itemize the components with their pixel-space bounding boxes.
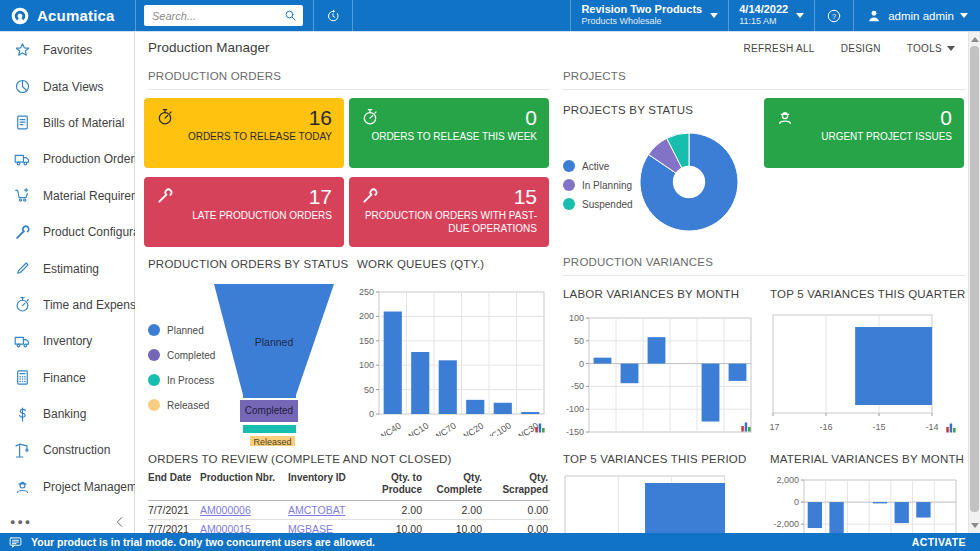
stopwatch-icon xyxy=(155,107,175,127)
svg-text:-50: -50 xyxy=(571,381,584,391)
scrollbar-thumb[interactable] xyxy=(970,46,979,512)
truck-icon xyxy=(13,150,32,169)
svg-text:WC20: WC20 xyxy=(459,420,485,436)
orders-to-review-title: ORDERS TO REVIEW (COMPLETE AND NOT CLOSE… xyxy=(148,453,452,465)
inventory-id-link[interactable]: AMCTOBAT xyxy=(288,504,345,516)
svg-text:-15: -15 xyxy=(872,422,885,432)
inventory-id-link[interactable]: MGBASE xyxy=(288,523,333,533)
svg-text:WC10: WC10 xyxy=(404,420,430,436)
crane-icon xyxy=(13,441,32,460)
scroll-up-arrow[interactable] xyxy=(971,37,979,42)
chart-data-icon[interactable] xyxy=(534,422,546,434)
topbar-divider xyxy=(135,0,136,32)
user-name: admin admin xyxy=(888,10,954,22)
svg-text:50: 50 xyxy=(574,336,584,346)
svg-text:-17: -17 xyxy=(770,422,780,432)
business-time: 11:15 AM xyxy=(739,16,788,27)
help-icon: ? xyxy=(826,8,842,24)
sidebar-item-project-management[interactable]: Project Management xyxy=(0,469,134,505)
cell-production-nbr: AM000006 xyxy=(200,501,288,520)
acumatica-dashboard: Acumatica Revision Two Products Products… xyxy=(0,0,980,551)
user-menu[interactable]: admin admin xyxy=(854,8,980,24)
pie-icon xyxy=(13,77,32,96)
sidebar-item-banking[interactable]: Banking xyxy=(0,396,134,432)
sidebar-item-favorites[interactable]: Favorites xyxy=(0,32,134,68)
sidebar-item-production-orders[interactable]: Production Orders xyxy=(0,141,134,177)
sidebar-item-material-requirements[interactable]: Material Requirem... xyxy=(0,178,134,214)
worker-icon xyxy=(13,477,32,496)
calculator-icon xyxy=(13,368,32,387)
legend-swatch xyxy=(563,198,575,210)
cell-qty-complete: 2.00 xyxy=(424,501,484,520)
section-projects: PROJECTS xyxy=(563,70,965,90)
page-actions: REFRESH ALL DESIGN TOOLS xyxy=(744,43,955,54)
svg-text:Released: Released xyxy=(253,437,291,447)
cell-inventory-id: MGBASE xyxy=(288,520,360,533)
search-icon[interactable] xyxy=(283,8,298,23)
refresh-all-button[interactable]: REFRESH ALL xyxy=(744,43,815,54)
vertical-scrollbar xyxy=(968,32,980,533)
sidebar-item-bills-of-material[interactable]: Bills of Material xyxy=(0,105,134,141)
kpi-value: 0 xyxy=(940,107,952,129)
svg-text:Planned: Planned xyxy=(255,336,294,348)
kpi-late-production-orders[interactable]: 17 LATE PRODUCTION ORDERS xyxy=(144,177,344,247)
sidebar-more-button[interactable]: ●●● xyxy=(10,517,32,527)
sidebar-item-inventory[interactable]: Inventory xyxy=(0,323,134,359)
cell-production-nbr: AM000015 xyxy=(200,520,288,533)
trial-message: Your product is in trial mode. Only two … xyxy=(31,536,375,548)
svg-text:100: 100 xyxy=(569,313,584,323)
search-input[interactable] xyxy=(144,5,303,26)
sidebar-item-construction[interactable]: Construction xyxy=(0,432,134,468)
sidebar-item-product-configurator[interactable]: Product Configurator xyxy=(0,214,134,250)
star-icon xyxy=(13,41,32,60)
legend-item: Active xyxy=(563,160,633,172)
labor-variances-chart: 100500-50-100-150 xyxy=(563,304,753,436)
tenant-selector[interactable]: Revision Two Products Products Wholesale xyxy=(571,0,728,32)
production-nbr-link[interactable]: AM000015 xyxy=(200,523,251,533)
svg-text:0: 0 xyxy=(794,497,799,507)
help-button[interactable]: ? xyxy=(815,8,853,24)
sidebar-item-time-and-expenses[interactable]: Time and Expenses xyxy=(0,287,134,323)
kpi-past-due-operations[interactable]: 15 PRODUCTION ORDERS WITH PAST-DUE OPERA… xyxy=(349,177,549,247)
cell-qty-to-produce: 10.00 xyxy=(360,520,424,533)
kpi-orders-to-release-today[interactable]: 16 ORDERS TO RELEASE TODAY xyxy=(144,98,344,168)
chevron-down-icon xyxy=(960,13,968,18)
svg-text:0: 0 xyxy=(579,359,584,369)
svg-text:-100: -100 xyxy=(566,404,584,414)
acumatica-logo[interactable]: Acumatica xyxy=(0,6,135,26)
cell-qty-to-produce: 2.00 xyxy=(360,501,424,520)
production-nbr-link[interactable]: AM000006 xyxy=(200,504,251,516)
design-button[interactable]: DESIGN xyxy=(841,43,881,54)
legend-swatch xyxy=(563,179,575,191)
sidebar-collapse-button[interactable] xyxy=(112,514,128,530)
chart-data-icon[interactable] xyxy=(945,422,957,434)
top5-quarter-title: TOP 5 VARIANCES THIS QUARTER xyxy=(770,288,966,300)
cell-qty-scrapped: 0.00 xyxy=(484,520,550,533)
scroll-down-arrow[interactable] xyxy=(971,523,979,528)
legend-item: Suspended xyxy=(563,198,633,210)
orders-to-review-table: End Date Production Nbr. Inventory ID Qt… xyxy=(148,469,550,533)
chevron-down-icon xyxy=(710,13,718,18)
legend-swatch xyxy=(148,349,160,361)
projects-by-status-donut-chart xyxy=(639,132,739,232)
business-date-selector[interactable]: 4/14/2022 11:15 AM xyxy=(729,0,814,32)
chart-data-icon[interactable] xyxy=(740,421,752,433)
legend-item: Completed xyxy=(148,349,215,361)
svg-text:?: ? xyxy=(832,11,836,20)
sidebar-item-estimating[interactable]: Estimating xyxy=(0,250,134,286)
stopwatch-icon xyxy=(13,295,32,314)
svg-text:50: 50 xyxy=(364,385,374,395)
activate-button[interactable]: ACTIVATE xyxy=(912,536,966,548)
tools-button[interactable]: TOOLS xyxy=(907,43,955,54)
svg-text:WC70: WC70 xyxy=(432,420,458,436)
projects-by-status-title: PROJECTS BY STATUS xyxy=(563,104,693,116)
kpi-orders-to-release-this-week[interactable]: 0 ORDERS TO RELEASE THIS WEEK xyxy=(349,98,549,168)
business-date-button[interactable] xyxy=(314,8,352,24)
kpi-urgent-project-issues[interactable]: 0 URGENT PROJECT ISSUES xyxy=(764,98,964,168)
sidebar-item-data-views[interactable]: Data Views xyxy=(0,68,134,104)
sidebar-item-finance[interactable]: Finance xyxy=(0,360,134,396)
svg-text:200: 200 xyxy=(359,311,374,321)
legend-swatch xyxy=(148,399,160,411)
worker-icon xyxy=(775,107,795,127)
acumatica-logo-icon xyxy=(10,6,30,26)
